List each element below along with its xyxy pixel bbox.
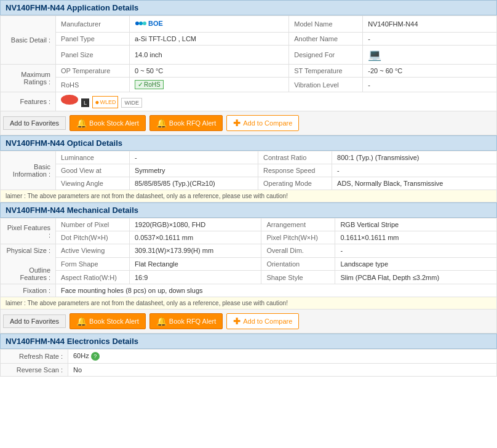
help-icon[interactable]: ? <box>91 352 100 361</box>
boe-logo-svg <box>135 18 147 28</box>
shape-style-value: Slim (PCBA Flat, Depth ≤3.2mm) <box>335 271 497 284</box>
features-label: Features : <box>1 92 56 111</box>
arrangement-field-name: Arrangement <box>261 218 335 231</box>
plus-icon-1: ✚ <box>233 118 241 128</box>
luminance-value: - <box>130 151 258 164</box>
designed-for-field-name: Designed For <box>289 46 363 65</box>
form-shape-field-name: Form Shape <box>56 257 130 271</box>
dark-rect-feature-icon: L <box>81 98 89 107</box>
contrast-field-name: Contrast Ratio <box>258 151 332 164</box>
add-to-favorites-button-2[interactable]: Add to Favorites <box>3 314 66 328</box>
speaker-icon-4: 🔔 <box>156 316 167 326</box>
speaker-icon-3: 🔔 <box>76 316 87 326</box>
application-table: Basic Detail : Manufacturer BOE <box>0 15 497 111</box>
vibration-value: - <box>363 78 497 92</box>
operating-mode-field-name: Operating Mode <box>258 177 332 190</box>
model-name-field-name: Model Name <box>289 16 363 33</box>
optical-section: NV140FHM-N44 Optical Details Basic Infor… <box>0 135 497 202</box>
svg-point-0 <box>135 22 139 25</box>
overall-dim-field-name: Overall Dim. <box>261 244 335 258</box>
panel-size-value: 14.0 inch <box>130 46 289 65</box>
wled-feature-icon: ● WLED <box>92 96 118 108</box>
operating-mode-value: ADS, Normally Black, Transmissive <box>332 177 497 190</box>
another-name-value: - <box>363 33 497 46</box>
viewing-value: 85/85/85/85 (Typ.)(CR≥10) <box>130 177 258 190</box>
wide-feature-icon: WIDE <box>121 98 142 108</box>
oval-feature-icon <box>61 95 78 105</box>
vibration-field-name: Vibration Level <box>289 78 363 92</box>
action-bar-1: Add to Favorites 🔔 Book Stock Alert 🔔 Bo… <box>0 111 497 135</box>
table-row: Reverse Scan : No <box>1 364 497 377</box>
model-name-value: NV140FHM-N44 <box>363 16 497 33</box>
add-to-favorites-button-1[interactable]: Add to Favorites <box>3 116 66 130</box>
table-row: Refresh Rate : 60Hz ? <box>1 350 497 364</box>
table-row: Basic Detail : Manufacturer BOE <box>1 16 497 33</box>
table-row: Maximum Ratings : OP Temperature 0 ~ 50 … <box>1 65 497 78</box>
mechanical-table: Pixel Features : Number of Pixel 1920(RG… <box>0 218 497 297</box>
outline-label: Physical Size : Outline Features : <box>1 244 56 284</box>
svg-point-2 <box>143 22 146 25</box>
shape-style-field-name: Shape Style <box>261 271 335 284</box>
wled-dot-icon: ● <box>95 98 99 106</box>
basic-detail-label: Basic Detail : <box>1 16 56 65</box>
overall-dim-value: - <box>335 244 497 258</box>
refresh-rate-value: 60Hz ? <box>68 350 497 364</box>
panel-type-field-name: Panel Type <box>56 33 130 46</box>
num-pixel-value: 1920(RGB)×1080, FHD <box>130 218 261 231</box>
pixel-features-label: Pixel Features : <box>1 218 56 244</box>
book-rfq-alert-button-1[interactable]: 🔔 Book RFQ Alert <box>149 115 223 131</box>
st-temp-field-name: ST Temperature <box>289 65 363 78</box>
dot-pitch-field-name: Dot Pitch(W×H) <box>56 231 130 244</box>
add-to-compare-button-2[interactable]: ✚ Add to Compare <box>226 313 299 329</box>
reverse-scan-label: Reverse Scan : <box>1 364 68 377</box>
pixel-pitch-value: 0.1611×0.1611 mm <box>335 231 497 244</box>
arrangement-value: RGB Vertical Stripe <box>335 218 497 231</box>
orientation-value: Landscape type <box>335 257 497 271</box>
refresh-rate-label: Refresh Rate : <box>1 350 68 364</box>
speaker-icon-2: 🔔 <box>156 118 167 128</box>
aspect-ratio-field-name: Aspect Ratio(W:H) <box>56 271 130 284</box>
table-row: Aspect Ratio(W:H) 16:9 Shape Style Slim … <box>1 271 497 284</box>
optical-disclaimer: laimer : The above parameters are not fr… <box>0 190 497 202</box>
application-section: NV140FHM-N44 Application Details Basic D… <box>0 0 497 111</box>
table-row: Fixation : Face mounting holes (8 pcs) o… <box>1 284 497 297</box>
book-rfq-alert-button-2[interactable]: 🔔 Book RFQ Alert <box>149 313 223 329</box>
add-to-compare-button-1[interactable]: ✚ Add to Compare <box>226 115 299 131</box>
st-temp-value: -20 ~ 60 °C <box>363 65 497 78</box>
good-view-value: Symmetry <box>130 164 258 177</box>
num-pixel-field-name: Number of Pixel <box>56 218 130 231</box>
speaker-icon-1: 🔔 <box>76 118 87 128</box>
manufacturer-field-name: Manufacturer <box>56 16 130 33</box>
table-row: Pixel Features : Number of Pixel 1920(RG… <box>1 218 497 231</box>
form-shape-value: Flat Rectangle <box>130 257 261 271</box>
pixel-pitch-field-name: Pixel Pitch(W×H) <box>261 231 335 244</box>
table-row: Panel Size 14.0 inch Designed For 💻 <box>1 46 497 65</box>
book-stock-alert-button-2[interactable]: 🔔 Book Stock Alert <box>70 313 146 329</box>
aspect-ratio-value: 16:9 <box>130 271 261 284</box>
table-row: RoHS ✓ RoHS Vibration Level - <box>1 78 497 92</box>
reverse-scan-value: No <box>68 364 497 377</box>
electronics-section: NV140FHM-N44 Electronics Details Refresh… <box>0 334 497 377</box>
boe-logo: BOE <box>135 18 163 28</box>
electronics-table: Refresh Rate : 60Hz ? Reverse Scan : No <box>0 349 497 377</box>
dot-pitch-value: 0.0537×0.1611 mm <box>130 231 261 244</box>
basic-info-label: Basic Information : <box>1 151 56 190</box>
laptop-icon: 💻 <box>368 49 381 61</box>
orientation-field-name: Orientation <box>261 257 335 271</box>
contrast-value: 800:1 (Typ.) (Transmissive) <box>332 151 497 164</box>
mechanical-disclaimer: laimer : The above parameters are not fr… <box>0 297 497 310</box>
mechanical-header: NV140FHM-N44 Mechanical Details <box>0 202 497 218</box>
book-stock-alert-button-1[interactable]: 🔔 Book Stock Alert <box>70 115 146 131</box>
response-value: - <box>332 164 497 177</box>
op-temp-value: 0 ~ 50 °C <box>130 65 289 78</box>
response-field-name: Response Speed <box>258 164 332 177</box>
application-header: NV140FHM-N44 Application Details <box>0 0 497 15</box>
rohs-value: ✓ RoHS <box>130 78 289 92</box>
rohs-badge: ✓ RoHS <box>135 80 164 89</box>
luminance-field-name: Luminance <box>56 151 130 164</box>
table-row: Dot Pitch(W×H) 0.0537×0.1611 mm Pixel Pi… <box>1 231 497 244</box>
svg-point-1 <box>139 22 143 25</box>
active-viewing-value: 309.31(W)×173.99(H) mm <box>130 244 261 258</box>
electronics-header: NV140FHM-N44 Electronics Details <box>0 334 497 349</box>
manufacturer-value: BOE <box>130 16 289 33</box>
